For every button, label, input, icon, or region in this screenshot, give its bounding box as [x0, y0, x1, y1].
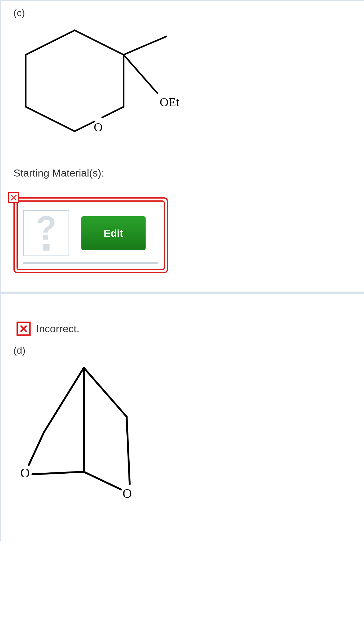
answer-box-c: ? Edit	[13, 197, 168, 273]
svg-line-0	[124, 36, 166, 55]
svg-line-7	[84, 472, 121, 490]
svg-line-3	[84, 368, 127, 417]
svg-line-6	[32, 472, 84, 474]
question-part-d: Incorrect. (d)	[0, 293, 364, 541]
question-mark-icon: ?	[36, 216, 56, 251]
feedback-text: Incorrect.	[36, 323, 80, 335]
svg-line-8	[127, 417, 130, 484]
question-part-c: (c) O OEt Starting Material(s):	[0, 0, 364, 293]
structure-d: O O	[13, 359, 358, 514]
answer-inner-border: ? Edit	[17, 200, 165, 270]
svg-line-1	[124, 55, 157, 93]
incorrect-corner-icon	[8, 192, 19, 203]
molecule-d-svg: O O	[13, 359, 173, 512]
atom-label-o-right: O	[123, 486, 132, 501]
section-label-starting-materials: Starting Material(s):	[13, 167, 358, 179]
svg-line-4	[44, 368, 84, 432]
structure-c: O OEt	[13, 21, 358, 158]
answer-row: ? Edit	[23, 210, 158, 264]
svg-line-5	[29, 432, 44, 465]
edit-button[interactable]: Edit	[81, 216, 146, 250]
structure-placeholder[interactable]: ?	[23, 210, 69, 256]
answer-outer-border: ? Edit	[13, 197, 168, 273]
feedback-row-d: Incorrect.	[17, 322, 358, 336]
atom-label-o-left: O	[20, 466, 30, 480]
atom-label-oet: OEt	[160, 95, 179, 109]
part-label-c: (c)	[13, 7, 358, 19]
atom-label-ring-o: O	[94, 120, 103, 134]
incorrect-icon	[17, 322, 31, 336]
molecule-c-svg: O OEt	[13, 21, 185, 156]
part-label-d: (d)	[13, 345, 358, 356]
